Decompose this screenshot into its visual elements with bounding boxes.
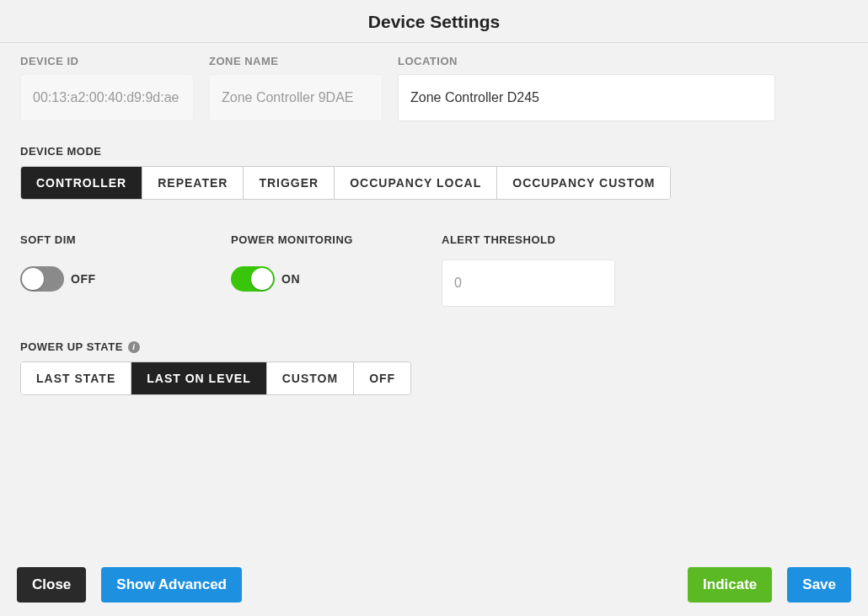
device-mode-option-occupancy-local[interactable]: OCCUPANCY LOCAL (335, 167, 497, 199)
zone-name-label: ZONE NAME (209, 55, 383, 67)
power-monitoring-label: POWER MONITORING (231, 233, 391, 246)
device-settings-dialog: Device Settings DEVICE ID ZONE NAME LOCA… (0, 0, 868, 616)
dialog-title: Device Settings (0, 12, 868, 32)
device-id-input (20, 74, 194, 121)
alert-threshold-input[interactable] (442, 260, 615, 307)
power-monitoring-field: POWER MONITORING ON (231, 233, 391, 307)
device-mode-group: CONTROLLERREPEATERTRIGGEROCCUPANCY LOCAL… (20, 166, 671, 200)
device-mode-option-repeater[interactable]: REPEATER (142, 167, 244, 199)
toggles-row: SOFT DIM OFF POWER MONITORING ON ALERT T… (20, 233, 848, 307)
toggle-knob (251, 268, 273, 290)
zone-name-field: ZONE NAME (209, 55, 383, 121)
device-mode-option-occupancy-custom[interactable]: OCCUPANCY CUSTOM (497, 167, 670, 199)
dialog-footer: Close Show Advanced Indicate Save (0, 554, 868, 616)
power-monitoring-toggle[interactable] (231, 266, 275, 292)
device-mode-section: DEVICE MODE CONTROLLERREPEATERTRIGGEROCC… (20, 145, 848, 200)
power-up-option-last-on-level[interactable]: LAST ON LEVEL (131, 362, 266, 394)
dialog-content: DEVICE ID ZONE NAME LOCATION DEVICE MODE… (0, 43, 868, 554)
zone-name-input (209, 74, 383, 121)
device-mode-option-controller[interactable]: CONTROLLER (21, 167, 142, 199)
location-field: LOCATION (398, 55, 775, 121)
location-label: LOCATION (398, 55, 775, 67)
toggle-knob (22, 268, 44, 290)
soft-dim-state: OFF (71, 272, 96, 286)
indicate-button[interactable]: Indicate (688, 567, 772, 603)
power-up-option-last-state[interactable]: LAST STATE (21, 362, 131, 394)
title-bar: Device Settings (0, 0, 868, 43)
device-mode-option-trigger[interactable]: TRIGGER (244, 167, 335, 199)
soft-dim-label: SOFT DIM (20, 233, 180, 246)
power-up-state-section: POWER UP STATE i LAST STATELAST ON LEVEL… (20, 340, 848, 395)
soft-dim-field: SOFT DIM OFF (20, 233, 180, 307)
alert-threshold-field: ALERT THRESHOLD (442, 233, 615, 307)
location-input[interactable] (398, 74, 775, 121)
show-advanced-button[interactable]: Show Advanced (101, 567, 242, 603)
close-button[interactable]: Close (17, 567, 86, 603)
id-row: DEVICE ID ZONE NAME LOCATION (20, 55, 848, 121)
info-icon[interactable]: i (128, 341, 140, 353)
power-up-option-off[interactable]: OFF (354, 362, 410, 394)
power-up-state-label: POWER UP STATE i (20, 340, 848, 353)
alert-threshold-label: ALERT THRESHOLD (442, 233, 615, 246)
device-mode-label: DEVICE MODE (20, 145, 848, 158)
save-button[interactable]: Save (787, 567, 851, 603)
power-up-option-custom[interactable]: CUSTOM (267, 362, 354, 394)
power-monitoring-state: ON (281, 272, 300, 286)
device-id-field: DEVICE ID (20, 55, 194, 121)
power-up-state-group: LAST STATELAST ON LEVELCUSTOMOFF (20, 362, 411, 395)
soft-dim-toggle-wrap: OFF (20, 266, 180, 292)
soft-dim-toggle[interactable] (20, 266, 64, 292)
power-up-state-label-text: POWER UP STATE (20, 340, 123, 353)
power-monitoring-toggle-wrap: ON (231, 266, 391, 292)
device-id-label: DEVICE ID (20, 55, 194, 67)
